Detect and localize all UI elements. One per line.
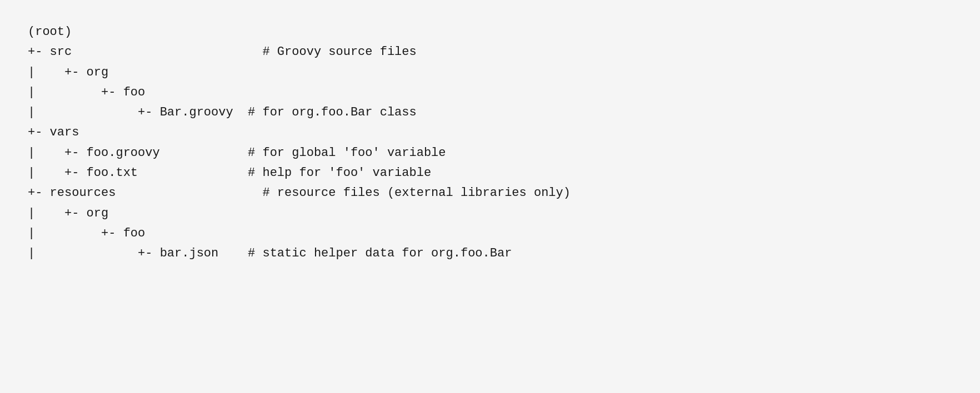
main-container: (root) +- src # Groovy source files | +-… <box>0 0 980 393</box>
directory-tree: (root) +- src # Groovy source files | +-… <box>28 22 571 264</box>
